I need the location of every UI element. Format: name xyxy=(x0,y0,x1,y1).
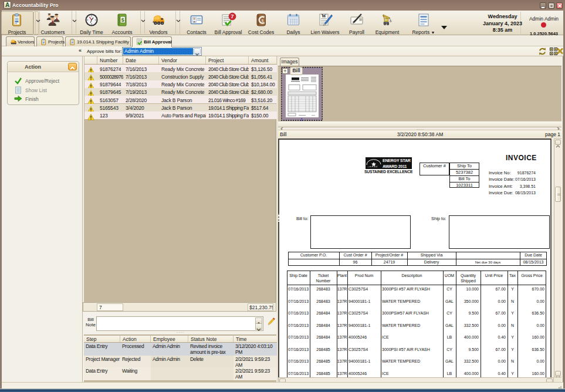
svg-text:7: 7 xyxy=(231,13,234,19)
svg-text:—エネルギ: —エネルギ xyxy=(367,165,378,168)
svg-text:W: W xyxy=(322,13,326,19)
svg-text:$: $ xyxy=(121,17,124,23)
svg-text:s: s xyxy=(262,18,264,22)
